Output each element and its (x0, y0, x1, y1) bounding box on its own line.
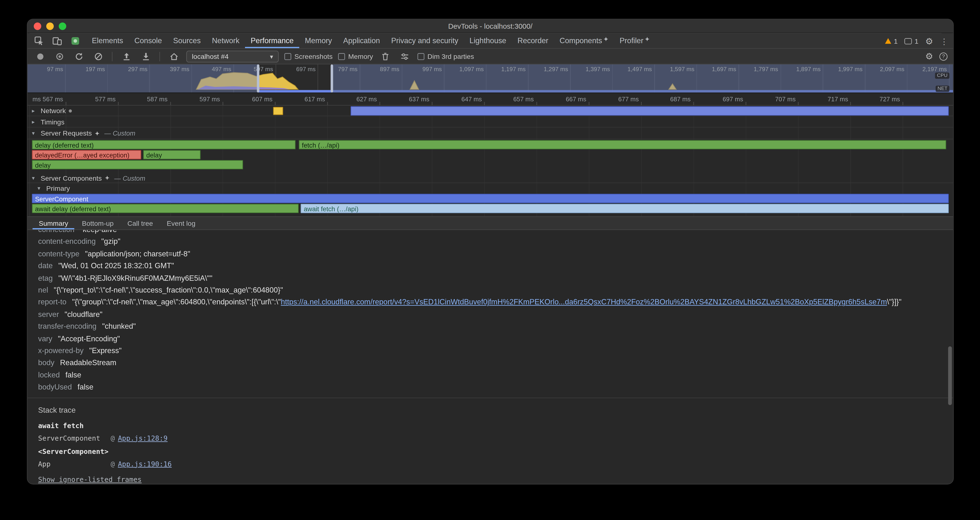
header-key: report-to (38, 298, 67, 307)
details-tab[interactable]: Event log (161, 217, 202, 229)
network-conditions-button[interactable] (398, 50, 412, 63)
selection-handle-right[interactable] (331, 64, 333, 92)
details-tab-label: Call tree (127, 219, 153, 227)
disclosure-triangle-icon[interactable] (38, 185, 43, 191)
response-headers-list: connection"keep-alive" content-encoding"… (27, 230, 953, 394)
messages-badge[interactable]: 1 (905, 37, 918, 45)
panel-tab[interactable]: Elements (86, 33, 129, 48)
collect-garbage-button[interactable] (379, 50, 392, 63)
frame-source-link[interactable]: App.js:128:9 (118, 434, 168, 442)
flame-bar[interactable]: ServerComponent (32, 194, 949, 203)
help-button[interactable] (940, 52, 948, 60)
disclosure-triangle-icon[interactable] (32, 130, 37, 136)
warning-icon (885, 38, 891, 44)
header-value: "application/json; charset=utf-8" (85, 250, 190, 258)
header-value: ReadableStream (60, 358, 116, 367)
flame-bar[interactable]: delay (deferred text) (32, 140, 296, 149)
panel-tab[interactable]: Performance (245, 33, 299, 48)
history-selected-value: localhost #4 (192, 52, 229, 60)
dim-third-parties-checkbox[interactable]: Dim 3rd parties (417, 52, 474, 60)
memory-label: Memory (348, 52, 373, 60)
header-value-text: "Express" (89, 346, 121, 355)
reload-button[interactable] (72, 50, 86, 63)
track-row-network[interactable]: Network (27, 106, 953, 116)
panel-tab-label: Elements (92, 36, 123, 45)
panel-tab-label: Components (560, 36, 602, 45)
flame-chart-tracks[interactable]: Network Timings Server Requests — Custom… (27, 106, 953, 216)
warning-badge[interactable]: 1 (885, 37, 898, 45)
toolbar-right-icons (925, 52, 947, 60)
desktop: DevTools - localhost:3000/ Elements (0, 0, 980, 520)
minimize-window-button[interactable] (46, 22, 54, 30)
history-dropdown[interactable]: localhost #4 (186, 51, 279, 62)
track-label-primary: Primary (46, 184, 70, 192)
track-config-icon[interactable] (69, 109, 72, 112)
flame-bar[interactable]: delay (143, 150, 200, 159)
response-header-row: etag"W/\"4b1-RjEJloX9kRinu6F0MAZMmy6E5iA… (38, 272, 953, 285)
panel-tab[interactable]: Network (207, 33, 245, 48)
panel-tabs: Elements Console Sources Network Perform… (86, 33, 655, 48)
track-row-server-requests[interactable]: Server Requests — Custom (27, 127, 953, 139)
frame-source-link[interactable]: App.js:190:16 (118, 460, 172, 468)
response-header-row: server"cloudflare" (38, 309, 953, 321)
extension-icon[interactable] (68, 34, 82, 47)
disclosure-triangle-icon[interactable] (32, 118, 37, 125)
dim-third-parties-label: Dim 3rd parties (428, 52, 474, 60)
flame-bar[interactable]: await fetch (…/api) (301, 204, 949, 213)
toggle-device-toolbar-button[interactable] (50, 34, 64, 47)
save-profile-button[interactable] (138, 50, 153, 63)
panel-tab-label: Memory (305, 36, 332, 45)
track-row-server-components[interactable]: Server Components — Custom (27, 173, 953, 183)
ruler-time-label: 637 ms (409, 96, 432, 103)
panel-tab-label: Console (134, 36, 162, 45)
overview-time-label: 297 ms (128, 65, 150, 73)
panel-tab[interactable]: Application (337, 33, 386, 48)
record-button[interactable] (33, 50, 47, 63)
panel-tab-label: Profiler (619, 36, 643, 45)
close-window-button[interactable] (34, 22, 41, 30)
show-ignore-listed-frames-link[interactable]: Show ignore-listed frames (38, 475, 142, 484)
memory-checkbox[interactable]: Memory (338, 52, 373, 60)
panel-tab[interactable]: Sources (168, 33, 207, 48)
header-value-link[interactable]: https://a.nel.cloudflare.com/report/v4?s… (281, 298, 887, 307)
overview-time-label: 897 ms (380, 65, 401, 73)
summary-scrollbar-thumb[interactable] (948, 346, 952, 405)
devtools-menu-button[interactable] (940, 37, 948, 45)
devtools-settings-button[interactable] (925, 37, 933, 45)
details-tab[interactable]: Call tree (121, 217, 159, 229)
disclosure-triangle-icon[interactable] (32, 175, 37, 181)
record-and-reload-button[interactable] (52, 50, 66, 63)
track-row-primary[interactable]: Primary (27, 183, 953, 193)
header-value: false (78, 383, 94, 391)
flame-bar[interactable]: delay (32, 160, 243, 170)
inspect-element-button[interactable] (32, 34, 46, 47)
zoom-window-button[interactable] (59, 22, 66, 30)
flame-bar[interactable]: await delay (deferred text) (32, 204, 299, 213)
panel-tab[interactable]: Components (554, 33, 614, 48)
panel-tab[interactable]: Profiler (614, 33, 655, 48)
details-tab[interactable]: Bottom-up (76, 217, 120, 229)
panel-tab-label: Network (212, 36, 239, 45)
selection-handle-left[interactable] (257, 64, 259, 92)
panel-tab[interactable]: Privacy and security (386, 33, 464, 48)
timeline-overview[interactable]: 97 ms197 ms297 ms397 ms497 ms597 ms697 m… (27, 64, 953, 93)
header-key: locked (38, 371, 60, 379)
load-profile-button[interactable] (119, 50, 133, 63)
flame-bar-label: delayedError (…ayed exception) (35, 151, 129, 159)
details-tab[interactable]: Summary (33, 217, 75, 229)
frame-function-name: App (38, 460, 111, 468)
flame-bar[interactable]: delayedError (…ayed exception) (32, 150, 141, 159)
panel-tab[interactable]: Recorder (512, 33, 554, 48)
clear-button[interactable] (91, 50, 105, 63)
panel-tab[interactable]: Console (129, 33, 168, 48)
panel-tab[interactable]: Memory (299, 33, 337, 48)
screenshots-checkbox[interactable]: Screenshots (284, 52, 332, 60)
track-row-timings[interactable]: Timings (27, 116, 953, 127)
panel-tab[interactable]: Lighthouse (464, 33, 512, 48)
live-metrics-button[interactable] (167, 50, 181, 63)
details-tab-label: Bottom-up (82, 219, 114, 227)
flame-bar[interactable]: fetch (…/api) (299, 140, 946, 149)
overview-time-label: 1,697 ms (712, 65, 738, 73)
capture-settings-button[interactable] (925, 52, 933, 60)
disclosure-triangle-icon[interactable] (32, 108, 37, 114)
